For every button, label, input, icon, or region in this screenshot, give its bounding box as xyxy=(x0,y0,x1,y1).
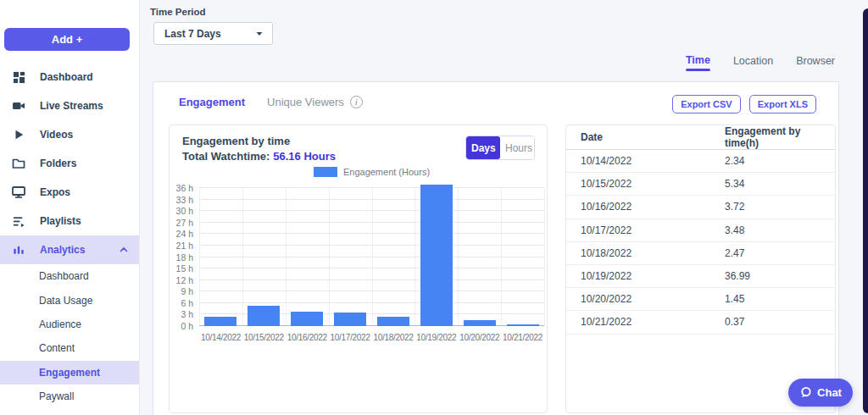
tab-unique-viewers[interactable]: Unique Viewers i xyxy=(267,96,363,108)
y-axis-tick: 24 h xyxy=(168,229,193,239)
cell-engagement: 2.34 xyxy=(710,150,835,173)
playlists-icon xyxy=(12,214,25,228)
gridline xyxy=(199,302,544,303)
table-row: 10/20/20221.45 xyxy=(566,288,835,311)
cell-engagement: 1.45 xyxy=(710,288,835,311)
toggle-days-button[interactable]: Days xyxy=(466,136,500,159)
gridline xyxy=(199,268,544,268)
panel-tabs: Engagement Unique Viewers i xyxy=(179,96,363,108)
legend-swatch xyxy=(314,167,337,177)
y-axis-tick: 33 h xyxy=(168,195,193,205)
chart-plot: 0 h3 h6 h9 h12 h15 h18 h21 h24 h27 h30 h… xyxy=(199,188,544,326)
expos-icon xyxy=(12,185,25,199)
sidebar-subitem-dashboard[interactable]: Dashboard xyxy=(0,264,139,288)
chart-card: Engagement by time Total Watchtime:56.16… xyxy=(169,125,548,413)
x-axis-tick: 10/19/2022 xyxy=(412,333,461,342)
table-row: 10/14/20222.34 xyxy=(566,150,835,173)
chart-x-labels: 10/14/202210/15/202210/16/202210/17/2022… xyxy=(199,333,544,345)
sidebar-nav: DashboardLive StreamsVideosFoldersExposP… xyxy=(0,63,139,408)
top-tab-time[interactable]: Time xyxy=(686,54,710,71)
chart-bar[interactable] xyxy=(464,320,496,326)
table-header-engagement: Engagement by time(h) xyxy=(710,125,835,150)
sidebar-item-videos[interactable]: Videos xyxy=(0,120,139,149)
cell-date: 10/18/2022 xyxy=(566,241,710,264)
top-tab-location[interactable]: Location xyxy=(733,55,773,71)
toggle-hours-button[interactable]: Hours xyxy=(500,136,534,159)
chat-bubble-icon xyxy=(799,386,812,399)
table-body: 10/14/20222.3410/15/20225.3410/16/20223.… xyxy=(566,150,835,335)
sidebar-item-label: Expos xyxy=(40,186,70,198)
export-csv-button[interactable]: Export CSV xyxy=(672,95,741,113)
gridline xyxy=(415,188,415,326)
table-header-date: Date xyxy=(566,125,710,150)
chart-bar[interactable] xyxy=(377,317,409,326)
cell-engagement: 2.47 xyxy=(710,241,835,264)
x-axis-tick: 10/14/2022 xyxy=(196,333,245,342)
chat-label: Chat xyxy=(817,386,842,399)
y-axis-tick: 27 h xyxy=(168,218,193,228)
top-tab-browser[interactable]: Browser xyxy=(796,55,835,71)
x-axis-tick: 10/17/2022 xyxy=(326,333,375,342)
live-streams-icon xyxy=(12,99,25,113)
sidebar-item-folders[interactable]: Folders xyxy=(0,149,139,178)
gridline xyxy=(199,222,544,223)
y-axis-tick: 6 h xyxy=(168,298,193,308)
sidebar-item-playlists[interactable]: Playlists xyxy=(0,207,139,235)
sidebar-subitem-content[interactable]: Content xyxy=(0,336,139,360)
unit-toggle: Days Hours xyxy=(465,136,535,160)
legend-label: Engagement (Hours) xyxy=(343,167,430,177)
total-watchtime-value: 56.16 Hours xyxy=(273,150,336,163)
chevron-down-icon xyxy=(255,30,264,38)
time-period-value: Last 7 Days xyxy=(164,28,221,40)
cell-engagement: 0.37 xyxy=(710,311,835,334)
chart-bar[interactable] xyxy=(291,312,323,326)
time-period-label: Time Period xyxy=(150,7,206,17)
main-panel: Engagement Unique Viewers i Export CSV E… xyxy=(153,81,839,415)
chart-bar[interactable] xyxy=(507,324,539,326)
gridline xyxy=(199,187,544,188)
chart-bar[interactable] xyxy=(204,317,236,326)
gridline xyxy=(199,210,544,211)
gridline xyxy=(372,188,373,326)
tab-engagement-label: Engagement xyxy=(179,96,245,108)
add-button[interactable]: Add + xyxy=(4,28,130,51)
sidebar-item-label: Folders xyxy=(40,158,76,169)
y-axis-tick: 3 h xyxy=(168,309,193,319)
sidebar-subitem-audience[interactable]: Audience xyxy=(0,313,139,336)
gridline xyxy=(329,188,330,326)
sidebar-item-label: Playlists xyxy=(40,215,81,227)
info-icon[interactable]: i xyxy=(350,96,363,108)
cell-date: 10/16/2022 xyxy=(566,196,710,219)
cell-date: 10/21/2022 xyxy=(566,311,710,334)
y-axis-tick: 0 h xyxy=(168,321,193,331)
sidebar-item-expos[interactable]: Expos xyxy=(0,178,139,207)
chevron-up-icon xyxy=(120,246,128,253)
chart-bar[interactable] xyxy=(420,185,453,326)
dashboard-icon xyxy=(12,70,25,84)
x-axis-tick: 10/18/2022 xyxy=(369,333,418,342)
sidebar-item-dashboard[interactable]: Dashboard xyxy=(0,63,139,91)
export-xls-button[interactable]: Export XLS xyxy=(749,95,816,113)
cell-engagement: 3.72 xyxy=(710,196,835,219)
chat-button[interactable]: Chat xyxy=(788,379,853,407)
top-tabs: TimeLocationBrowser xyxy=(686,54,835,71)
sidebar-subitem-engagement[interactable]: Engagement xyxy=(0,361,139,385)
tab-engagement[interactable]: Engagement xyxy=(179,96,245,108)
table-row: 10/19/202236.99 xyxy=(566,264,835,287)
y-axis-tick: 12 h xyxy=(168,275,193,285)
total-watchtime-label: Total Watchtime: xyxy=(182,150,270,163)
table-row: 10/15/20225.34 xyxy=(566,173,835,196)
sidebar-item-analytics[interactable]: Analytics xyxy=(0,235,139,264)
x-axis-tick: 10/16/2022 xyxy=(282,333,331,342)
chart-bar[interactable] xyxy=(248,306,280,326)
chart-bar[interactable] xyxy=(334,313,366,326)
cell-date: 10/15/2022 xyxy=(566,173,710,196)
sidebar-item-live-streams[interactable]: Live Streams xyxy=(0,91,139,120)
gridline xyxy=(199,199,544,200)
y-axis-tick: 36 h xyxy=(168,183,193,193)
sidebar: Add + DashboardLive StreamsVideosFolders… xyxy=(0,0,140,415)
sidebar-subitem-data-usage[interactable]: Data Usage xyxy=(0,288,139,312)
time-period-dropdown[interactable]: Last 7 Days xyxy=(153,22,273,45)
sidebar-subitem-paywall[interactable]: Paywall xyxy=(0,385,139,408)
chart-legend: Engagement (Hours) xyxy=(199,167,544,177)
